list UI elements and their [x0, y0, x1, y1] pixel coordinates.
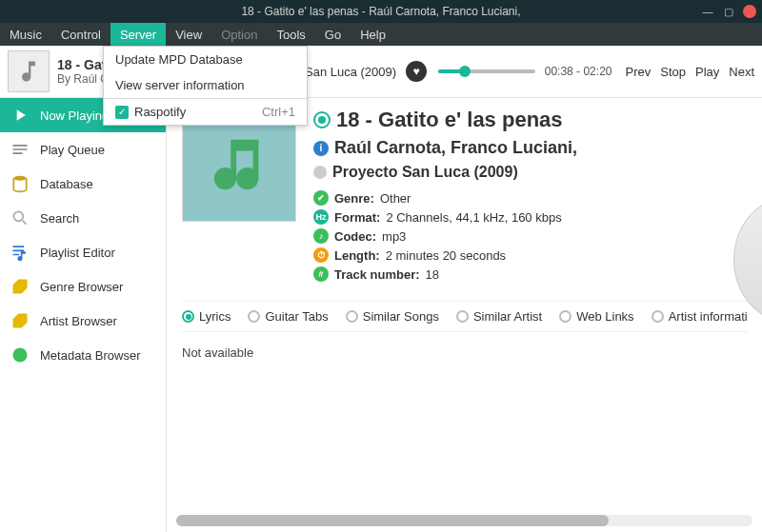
sidebar-item-search[interactable]: Search: [0, 201, 166, 235]
track-info: 18 - Gatito e' las penas iRaúl Carnota, …: [313, 108, 577, 286]
metadata-icon: [10, 345, 30, 365]
menu-item-update-mpd[interactable]: Update MPD Database: [104, 47, 307, 72]
sidebar: Now PlayingPlay QueueDatabaseSearchPlayl…: [0, 98, 167, 532]
codec-badge-icon: ♪: [313, 228, 329, 244]
sidebar-item-genre-browser[interactable]: Genre Browser: [0, 269, 166, 304]
track-album-row: Proyecto San Luca (2009): [313, 164, 577, 181]
radio-icon: [182, 310, 194, 323]
menu-item-view-server-info[interactable]: View server information: [104, 72, 307, 98]
tab-similar-songs[interactable]: Similar Songs: [346, 309, 439, 324]
sidebar-item-label: Play Queue: [40, 143, 105, 157]
track-album: Proyecto San Luca (2009): [332, 164, 518, 181]
time-label: 00:38 - 02:20: [545, 65, 612, 78]
meta-format: HzFormat: 2 Channels, 44,1 kHz, 160 kbps: [313, 209, 577, 225]
queue-icon: [10, 139, 30, 160]
progress-slider[interactable]: [438, 69, 535, 73]
tab-label: Guitar Tabs: [265, 309, 328, 324]
menu-shortcut: Ctrl+1: [262, 105, 295, 119]
menu-label: Update MPD Database: [115, 52, 243, 67]
menu-label: View server information: [115, 78, 245, 92]
search-icon: [10, 207, 30, 228]
disc-icon: [313, 166, 327, 179]
svg-point-1: [13, 211, 23, 221]
track-title-row: 18 - Gatito e' las penas: [313, 108, 577, 132]
header-album-suffix: San Luca (2009): [305, 65, 396, 79]
sidebar-item-play-queue[interactable]: Play Queue: [0, 132, 166, 167]
play-indicator-icon: [313, 111, 331, 128]
lyrics-body: Not available: [182, 332, 747, 373]
sidebar-item-label: Artist Browser: [40, 314, 117, 328]
close-icon[interactable]: [743, 5, 756, 18]
menu-music[interactable]: Music: [0, 23, 51, 46]
stop-button[interactable]: Stop: [660, 65, 686, 79]
sidebar-item-label: Now Playing: [40, 108, 109, 123]
tab-label: Web Links: [576, 309, 633, 324]
tab-web-links[interactable]: Web Links: [559, 309, 633, 324]
menu-item-raspotify[interactable]: ✓ Raspotify Ctrl+1: [104, 98, 307, 125]
play-button[interactable]: Play: [695, 65, 719, 79]
radio-icon: [652, 310, 664, 323]
radio-icon: [346, 310, 358, 323]
radio-icon: [456, 310, 469, 323]
sidebar-item-playlist-editor[interactable]: Playlist Editor: [0, 235, 166, 269]
sidebar-item-label: Genre Browser: [40, 280, 123, 294]
sidebar-item-label: Playlist Editor: [40, 246, 115, 260]
menubar: MusicControlServerViewOptionToolsGoHelp: [0, 23, 762, 46]
tab-lyrics[interactable]: Lyrics: [182, 309, 231, 324]
svg-point-2: [13, 348, 28, 363]
sidebar-item-database[interactable]: Database: [0, 167, 166, 201]
menu-help[interactable]: Help: [351, 23, 395, 46]
menu-label: Raspotify: [134, 105, 186, 119]
tab-similar-artist[interactable]: Similar Artist: [456, 309, 542, 324]
header-cover-thumb[interactable]: [8, 50, 50, 92]
meta-trackno: #Track number: 18: [313, 266, 577, 282]
prev-button[interactable]: Prev: [625, 65, 651, 79]
menu-go[interactable]: Go: [315, 23, 351, 46]
tab-label: Lyrics: [199, 309, 231, 324]
menu-control[interactable]: Control: [51, 23, 110, 46]
track-artist-row: iRaúl Carnota, Franco Luciani,: [313, 138, 577, 158]
checkbox-icon: ✓: [115, 106, 129, 119]
svg-point-0: [13, 176, 26, 181]
transport-controls: Prev Stop Play Next: [625, 65, 754, 79]
artist-icon: [10, 310, 30, 331]
server-menu-dropdown: Update MPD Database View server informat…: [103, 46, 308, 126]
tab-guitar-tabs[interactable]: Guitar Tabs: [248, 309, 328, 324]
radio-icon: [559, 310, 572, 323]
sidebar-item-label: Database: [40, 177, 93, 191]
meta-length: ⏱Length: 2 minutes 20 seconds: [313, 247, 577, 263]
track-artist: Raúl Carnota, Franco Luciani,: [334, 138, 577, 158]
genre-icon: [10, 276, 30, 297]
menu-server[interactable]: Server: [110, 23, 166, 46]
next-button[interactable]: Next: [729, 65, 754, 79]
info-icon[interactable]: i: [313, 141, 329, 156]
maximize-icon[interactable]: ▢: [722, 5, 735, 18]
genre-badge-icon: ✔: [313, 190, 329, 206]
hz-badge-icon: Hz: [313, 209, 329, 225]
track-details: 18 - Gatito e' las penas iRaúl Carnota, …: [182, 108, 747, 286]
track-title: 18 - Gatito e' las penas: [336, 108, 563, 132]
minimize-icon[interactable]: —: [701, 5, 714, 18]
tab-label: Artist information: [669, 309, 747, 324]
clock-badge-icon: ⏱: [313, 247, 329, 263]
tab-artist-information[interactable]: Artist information: [652, 309, 747, 324]
music-note-icon: [15, 58, 42, 85]
titlebar: 18 - Gatito e' las penas - Raúl Carnota,…: [0, 0, 762, 23]
tab-label: Similar Artist: [473, 309, 542, 324]
playlist-icon: [10, 242, 30, 263]
horizontal-scrollbar[interactable]: [176, 515, 752, 526]
menu-view[interactable]: View: [166, 23, 211, 46]
menu-option[interactable]: Option: [211, 23, 267, 46]
tab-label: Similar Songs: [363, 309, 439, 324]
sidebar-item-metadata-browser[interactable]: Metadata Browser: [0, 338, 166, 372]
menu-tools[interactable]: Tools: [267, 23, 314, 46]
meta-genre: ✔Genre: Other: [313, 190, 577, 206]
favorite-icon[interactable]: ♥: [406, 61, 427, 82]
info-tabs: LyricsGuitar TabsSimilar SongsSimilar Ar…: [182, 301, 747, 332]
sidebar-item-label: Metadata Browser: [40, 348, 141, 363]
playing-icon: [10, 105, 30, 126]
sidebar-item-label: Search: [40, 211, 79, 226]
radio-icon: [248, 310, 260, 323]
progress-area: ♥: [396, 61, 545, 82]
sidebar-item-artist-browser[interactable]: Artist Browser: [0, 304, 166, 338]
